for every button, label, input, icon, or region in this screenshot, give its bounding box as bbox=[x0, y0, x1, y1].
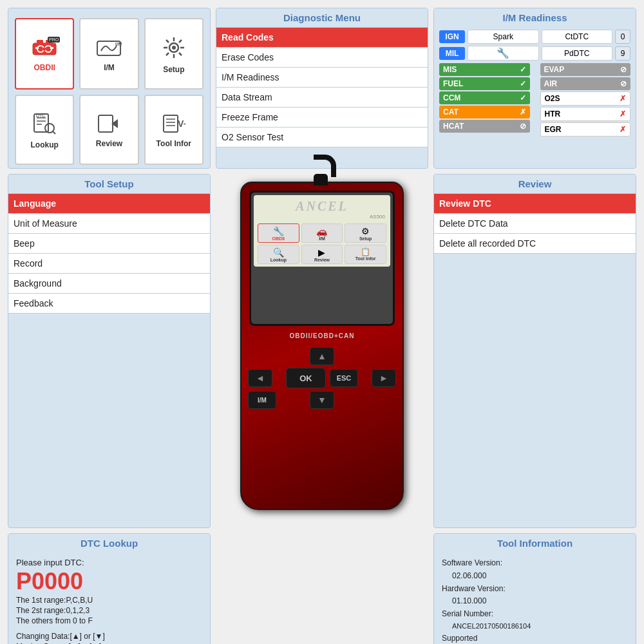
device-label: OBDII/EOBD+CAN bbox=[242, 332, 402, 339]
screen-bezel: ANCEL AS500 🔧 OBDII 🚗 I/M bbox=[249, 191, 395, 326]
review-item-1[interactable]: Delete DTC Data bbox=[434, 214, 636, 234]
engine-icon: 🔧 bbox=[468, 46, 539, 61]
tool-setup-items: Language Unit of Measure Beep Record Bac… bbox=[8, 193, 210, 314]
fuel-label: FUEL bbox=[443, 79, 463, 88]
review-title: Review bbox=[434, 175, 636, 193]
obdii-label: OBDII bbox=[33, 63, 55, 72]
im-icon: I/M bbox=[96, 38, 122, 61]
menu-item-setup[interactable]: Setup bbox=[144, 18, 204, 90]
menu-grid: PRO OBDII I/M I/M bbox=[8, 12, 210, 169]
menu-item-review[interactable]: Review bbox=[79, 95, 138, 165]
device-wrapper: ANCEL AS500 🔧 OBDII 🚗 I/M bbox=[235, 174, 409, 528]
setup-item-0[interactable]: Language bbox=[8, 193, 210, 214]
ctdtc-value: 0 bbox=[615, 30, 630, 44]
toolinfor-label: Tool Infor bbox=[156, 139, 191, 148]
tool-setup-title: Tool Setup bbox=[8, 175, 210, 193]
menu-item-im[interactable]: I/M I/M bbox=[79, 18, 138, 90]
nav-up-button[interactable]: ▲ bbox=[310, 347, 334, 365]
screen-lookup-icon: 🔍 bbox=[260, 247, 298, 258]
nav-esc-button[interactable]: ESC bbox=[330, 369, 358, 387]
svg-rect-6 bbox=[35, 47, 39, 49]
device-screen-grid: 🔧 OBDII 🚗 I/M ⚙ Setup bbox=[254, 221, 390, 267]
spark-label: Spark bbox=[468, 30, 539, 44]
top-row: PRO OBDII I/M I/M bbox=[8, 8, 636, 169]
lookup-icon: DTC bbox=[33, 113, 56, 138]
screen-review-icon: ▶ bbox=[303, 247, 341, 258]
svg-line-25 bbox=[53, 131, 55, 134]
diag-item-3[interactable]: Data Stream bbox=[216, 88, 428, 108]
setup-item-5[interactable]: Feedback bbox=[8, 294, 210, 314]
screen-im-icon: 🚗 bbox=[303, 226, 341, 236]
nav-down-button[interactable]: ▼ bbox=[310, 391, 334, 409]
review-item-0[interactable]: Review DTC bbox=[434, 193, 636, 214]
ccm-row: CCM✓ bbox=[439, 91, 530, 104]
setup-label: Setup bbox=[163, 65, 184, 74]
im-readiness-content: IGN Spark CtDTC 0 MIL 🔧 PdDTC 9 bbox=[434, 27, 636, 139]
screen-review-label: Review bbox=[303, 258, 341, 262]
screen-item-obdii: 🔧 OBDII bbox=[258, 223, 299, 243]
evap-label: EVAP bbox=[544, 65, 565, 74]
mis-row: MIS✓ bbox=[439, 63, 530, 76]
htr-status: ✗ bbox=[620, 109, 626, 118]
cat-row: CAT✗ bbox=[439, 106, 530, 118]
setup-item-1[interactable]: Unit of Measure bbox=[8, 214, 210, 234]
tool-setup-panel: Tool Setup Language Unit of Measure Beep… bbox=[8, 174, 211, 528]
fuel-row: FUEL✓ bbox=[439, 77, 530, 90]
hcat-status: ⊘ bbox=[520, 122, 526, 131]
main-menu-panel: PRO OBDII I/M I/M bbox=[8, 8, 211, 169]
svg-line-16 bbox=[166, 40, 169, 43]
screen-bg: ANCEL AS500 🔧 OBDII 🚗 I/M bbox=[254, 195, 390, 267]
diag-item-1[interactable]: Erase Codes bbox=[216, 48, 428, 68]
im-label: I/M bbox=[104, 63, 115, 72]
nav-left-button[interactable]: ◄ bbox=[248, 369, 272, 387]
diag-item-5[interactable]: O2 Sensor Test bbox=[216, 128, 428, 147]
ccm-label: CCM bbox=[443, 93, 460, 102]
svg-line-17 bbox=[179, 53, 182, 55]
menu-item-lookup[interactable]: DTC Lookup bbox=[15, 95, 74, 165]
svg-line-19 bbox=[166, 53, 169, 55]
screen-item-lookup: 🔍 Lookup bbox=[258, 245, 299, 264]
pddtc-value: 9 bbox=[615, 46, 630, 61]
obdii-icon: PRO bbox=[32, 38, 57, 61]
pro-badge: PRO bbox=[48, 37, 60, 43]
setup-item-2[interactable]: Beep bbox=[8, 234, 210, 254]
svg-rect-29 bbox=[164, 115, 178, 132]
sw-version-value: 02.06.000 bbox=[442, 571, 628, 582]
menu-item-toolinfor[interactable]: V— Tool Infor bbox=[144, 95, 204, 165]
toolinfor-icon: V— bbox=[162, 114, 185, 137]
menu-item-obdii[interactable]: PRO OBDII bbox=[15, 18, 74, 90]
svg-point-24 bbox=[45, 124, 54, 133]
o2s-status: ✗ bbox=[620, 94, 626, 103]
review-item-2[interactable]: Delete all recorded DTC bbox=[434, 234, 636, 254]
screen-toolinfor-label: Tool Infor bbox=[346, 256, 384, 261]
diagnostic-items: Read Codes Erase Codes I/M Readiness Dat… bbox=[216, 27, 428, 147]
supported-label: Supported bbox=[442, 633, 628, 644]
o2s-label: O2S bbox=[545, 94, 560, 103]
svg-rect-1 bbox=[37, 40, 43, 44]
screen-item-setup: ⚙ Setup bbox=[345, 223, 386, 243]
tool-information-content: Software Version: 02.06.000 Hardware Ver… bbox=[434, 553, 636, 644]
cat-label: CAT bbox=[443, 108, 459, 117]
nav-im-button[interactable]: I/M bbox=[248, 391, 276, 409]
diag-item-0[interactable]: Read Codes bbox=[216, 27, 428, 48]
screen-toolinfor-icon: 📋 bbox=[346, 247, 384, 256]
device-model: AS500 bbox=[254, 214, 390, 221]
bottom-center-spacer bbox=[216, 533, 428, 644]
sw-version-label: Software Version: bbox=[442, 558, 628, 569]
setup-icon bbox=[162, 36, 185, 62]
setup-item-4[interactable]: Background bbox=[8, 274, 210, 294]
egr-label: EGR bbox=[545, 125, 562, 134]
nav-ok-button[interactable]: OK bbox=[286, 368, 326, 388]
svg-rect-27 bbox=[99, 115, 113, 132]
nav-up-row: ▲ bbox=[248, 347, 396, 365]
nav-right-button[interactable]: ► bbox=[372, 369, 396, 387]
setup-item-3[interactable]: Record bbox=[8, 254, 210, 274]
review-icon bbox=[97, 114, 120, 137]
diag-item-4[interactable]: Freeze Frame bbox=[216, 108, 428, 128]
device-brand: ANCEL bbox=[254, 195, 390, 214]
middle-row: Tool Setup Language Unit of Measure Beep… bbox=[8, 174, 636, 528]
diag-item-2[interactable]: I/M Readiness bbox=[216, 68, 428, 88]
dtc-line-0: The 1st range:P,C,B,U bbox=[16, 596, 202, 605]
device-area: ANCEL AS500 🔧 OBDII 🚗 I/M bbox=[216, 174, 428, 528]
svg-text:V—: V— bbox=[178, 118, 185, 129]
